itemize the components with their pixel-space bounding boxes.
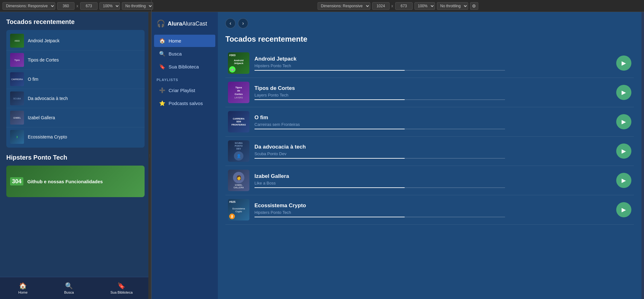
list-item[interactable]: #303 Android Jetpack <box>6 31 145 50</box>
bottom-nav-home-label: Home <box>18 290 27 294</box>
bottom-nav-biblioteca[interactable]: 🔖 Sua Biblioteca <box>105 281 138 296</box>
left-panel: Tocados recentemente #303 Android Jetpac… <box>0 12 152 299</box>
table-row[interactable]: #925 EcossistemaCrypto ₿ Ecossistema Cry… <box>225 195 634 225</box>
playlists-section-label: PLAYLISTS <box>152 73 218 84</box>
play-button-izabel[interactable]: ▶ <box>616 173 631 188</box>
table-row[interactable]: SCUBAPONTODEV 👤 Da advocacia à tech Scub… <box>225 137 634 166</box>
home-nav-icon: 🏠 <box>159 38 165 44</box>
mobile-thumb-advocacia: SCUBA <box>10 91 24 105</box>
list-item[interactable]: SCUBA Da advocacia à tech <box>6 89 145 108</box>
podcast-thumb-android: #303 AndroidJetpack 🤖 <box>228 52 249 74</box>
sidebar-podcasts-salvos[interactable]: ⭐ Podcasts salvos <box>154 97 215 109</box>
mobile-item-name-advocacia: Da advocacia à tech <box>28 96 68 101</box>
throttle-select-right[interactable]: No throttling <box>437 2 468 10</box>
table-row[interactable]: 👩 IZABELGALLERA Izabel Gallera Like a Bo… <box>225 166 634 195</box>
play-button-tipos[interactable]: ▶ <box>616 85 631 100</box>
mobile-item-name-ofim: O fim <box>28 77 38 82</box>
sidebar-logo-text: AluraAluraCast <box>168 21 207 27</box>
play-button-android[interactable]: ▶ <box>616 56 631 71</box>
podcast-subtitle-ofim: Carreiras sem Fronteiras <box>254 122 612 127</box>
left-panel-drag-handle[interactable]: ⋮ <box>148 12 151 299</box>
podcast-progress-fill-advocacia <box>254 158 405 159</box>
sidebar-logo[interactable]: 🎧 AluraAluraCast <box>152 17 218 34</box>
table-row[interactable]: TiposdeCortes LAYERS Tipos de Cortes Lay… <box>225 78 634 107</box>
hipsters-card-bg: 304 Github e nossas Funcionalidades <box>6 166 145 197</box>
podcast-subtitle-ecossistema: Hipsters Ponto Tech <box>254 210 612 215</box>
podcast-thumb-izabel: 👩 IZABELGALLERA <box>228 170 249 191</box>
podcast-progress-tipos <box>254 99 505 100</box>
podcast-info-ofim: O fim Carreiras sem Fronteiras <box>254 114 612 129</box>
podcast-thumb-advocacia: SCUBAPONTODEV 👤 <box>228 140 249 162</box>
width-input-right[interactable] <box>372 2 390 10</box>
zoom-select-left[interactable]: 100% <box>99 2 120 10</box>
podcast-title-ecossistema: Ecossistema Crypto <box>254 202 612 209</box>
zoom-select-right[interactable]: 100% <box>414 2 435 10</box>
dimensions-select-left[interactable]: Dimensions: Responsive <box>3 2 55 10</box>
table-row[interactable]: #303 AndroidJetpack 🤖 Android Jetpack Hi… <box>225 49 634 78</box>
podcast-info-ecossistema: Ecossistema Crypto Hipsters Ponto Tech <box>254 202 612 217</box>
podcast-progress-fill-ecossistema <box>254 217 405 217</box>
search-nav-icon: 🔍 <box>159 51 165 57</box>
settings-icon-btn[interactable]: ⚙ <box>470 2 478 10</box>
play-button-advocacia[interactable]: ▶ <box>616 144 631 159</box>
library-nav-icon: 🔖 <box>159 64 165 70</box>
bottom-nav-biblioteca-label: Sua Biblioteca <box>110 290 133 294</box>
table-row[interactable]: CARREIRASEMFRONTEIRAS O fim Carreiras se… <box>225 107 634 137</box>
podcast-info-izabel: Izabel Gallera Like a Boss <box>254 173 612 188</box>
list-item[interactable]: Tipos Tipos de Cortes <box>6 50 145 70</box>
sidebar-item-busca[interactable]: 🔍 Busca <box>154 48 215 60</box>
list-item[interactable]: CARREIRA O fim <box>6 70 145 89</box>
podcast-progress-izabel <box>254 187 505 188</box>
hipsters-card[interactable]: 304 Github e nossas Funcionalidades <box>6 166 145 197</box>
saved-podcasts-icon: ⭐ <box>159 100 165 106</box>
width-input-left[interactable] <box>57 2 75 10</box>
podcast-subtitle-tipos: Layers Ponto Tech <box>254 93 612 97</box>
nav-forward-button[interactable]: › <box>238 18 248 28</box>
podcast-progress-fill-tipos <box>254 99 405 100</box>
podcast-progress-advocacia <box>254 158 505 159</box>
podcast-progress-fill-android <box>254 70 405 71</box>
mobile-item-name-android: Android Jetpack <box>28 38 59 43</box>
podcast-list: #303 AndroidJetpack 🤖 Android Jetpack Hi… <box>225 49 634 225</box>
x-separator-left: x <box>76 4 78 8</box>
podcast-info-advocacia: Da advocacia à tech Scuba Ponto Dev <box>254 144 612 159</box>
podcast-progress-ofim <box>254 129 505 129</box>
podcast-thumb-ecossistema: #925 EcossistemaCrypto ₿ <box>228 199 249 220</box>
height-input-left[interactable] <box>80 2 98 10</box>
sidebar-item-home[interactable]: 🏠 Home <box>154 35 215 47</box>
bottom-nav-busca[interactable]: 🔍 Busca <box>59 281 79 296</box>
dimensions-select-right[interactable]: Dimensions: Responsive <box>318 2 370 10</box>
hipsters-section: Hipsters Ponto Tech 304 Github e nossas … <box>6 154 145 200</box>
podcast-info-android: Android Jetpack Hipsters Ponto Tech <box>254 56 612 71</box>
height-input-right[interactable] <box>395 2 413 10</box>
x-separator-right: x <box>391 4 393 8</box>
main-area: Tocados recentemente #303 Android Jetpac… <box>0 12 644 299</box>
play-button-ecossistema[interactable]: ▶ <box>616 202 631 217</box>
list-item[interactable]: IZABEL Izabel Gallera <box>6 108 145 127</box>
mobile-item-name-izabel: Izabel Gallera <box>28 115 55 120</box>
bottom-nav-home[interactable]: 🏠 Home <box>13 281 33 296</box>
throttle-select-left[interactable]: No throttling <box>122 2 153 10</box>
podcast-title-tipos: Tipos de Cortes <box>254 85 612 91</box>
play-button-ofim[interactable]: ▶ <box>616 114 631 129</box>
sidebar-criar-label: Criar Playlist <box>169 88 195 93</box>
bottom-nav-busca-label: Busca <box>64 290 74 294</box>
sidebar-busca-label: Busca <box>169 51 182 56</box>
mobile-thumb-tipos: Tipos <box>10 53 24 67</box>
hipsters-card-text: 304 Github e nossas Funcionalidades <box>10 178 103 185</box>
nav-back-button[interactable]: ‹ <box>225 18 236 28</box>
main-recently-title: Tocados recentemente <box>225 35 634 44</box>
main-content: ‹ › Tocados recentemente #303 AndroidJet… <box>218 12 641 299</box>
sidebar-item-biblioteca[interactable]: 🔖 Sua Biblioteca <box>154 61 215 73</box>
podcast-progress-fill-izabel <box>254 187 405 188</box>
mobile-hipsters-title: Hipsters Ponto Tech <box>6 154 145 161</box>
sidebar: 🎧 AluraAluraCast 🏠 Home 🔍 Busca 🔖 Sua Bi… <box>152 12 218 299</box>
podcast-progress-fill-ofim <box>254 129 405 129</box>
right-panel-drag-handle[interactable]: ⋮ <box>641 12 644 299</box>
podcast-subtitle-android: Hipsters Ponto Tech <box>254 63 612 68</box>
list-item[interactable]: ₿ Ecossistema Crypto <box>6 127 145 146</box>
toolbar-left: Dimensions: Responsive x 100% No throttl… <box>0 0 152 12</box>
podcast-title-android: Android Jetpack <box>254 56 612 62</box>
podcast-title-izabel: Izabel Gallera <box>254 173 612 179</box>
sidebar-criar-playlist[interactable]: ➕ Criar Playlist <box>154 84 215 97</box>
